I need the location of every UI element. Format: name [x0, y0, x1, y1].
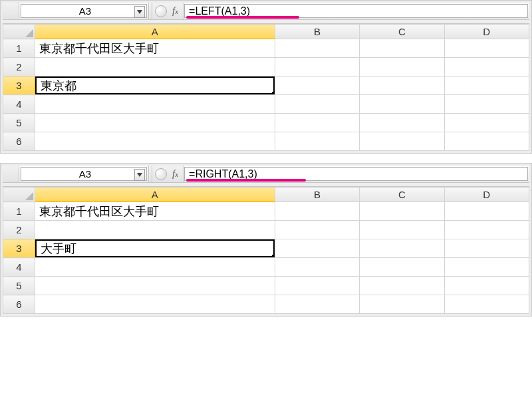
highlight-underline — [186, 16, 299, 19]
cell-B2[interactable] — [275, 58, 359, 76]
name-box-dropdown[interactable] — [134, 6, 145, 18]
fx-button-group: fx — [152, 166, 184, 182]
cell-C1[interactable] — [360, 39, 444, 58]
row-header-6[interactable]: 6 — [3, 295, 35, 314]
highlight-underline — [186, 179, 306, 182]
col-header-B[interactable]: B — [275, 25, 359, 39]
formula-bar-gutter — [3, 3, 19, 19]
row-header-2[interactable]: 2 — [3, 58, 35, 76]
select-all-corner[interactable] — [3, 25, 35, 39]
formula-text: =RIGHT(A1,3) — [189, 168, 257, 180]
name-box[interactable]: A3 — [21, 4, 147, 18]
cell-A3-active[interactable]: 東京都 — [35, 76, 275, 95]
row-header-3[interactable]: 3 — [3, 239, 35, 258]
fill-handle[interactable] — [272, 92, 275, 95]
spreadsheet-grid[interactable]: A B C D 1 東京都千代田区大手町 2 3 大手町 — [3, 187, 529, 314]
row-header-5[interactable]: 5 — [3, 277, 35, 295]
col-header-C[interactable]: C — [360, 25, 444, 39]
col-header-B[interactable]: B — [275, 188, 359, 202]
name-box-value: A3 — [79, 5, 91, 17]
cell-C3[interactable] — [360, 76, 444, 95]
cell-A1[interactable]: 東京都千代田区大手町 — [35, 202, 275, 221]
row-header-5[interactable]: 5 — [3, 114, 35, 132]
row-header-6[interactable]: 6 — [3, 132, 35, 151]
col-header-D[interactable]: D — [444, 25, 529, 39]
fx-icon[interactable]: fx — [172, 168, 181, 180]
formula-input[interactable]: =LEFT(A1,3) — [184, 4, 528, 18]
col-header-A[interactable]: A — [35, 25, 275, 39]
cell-A4[interactable] — [35, 95, 275, 114]
formula-input[interactable]: =RIGHT(A1,3) — [184, 167, 528, 181]
name-box[interactable]: A3 — [21, 167, 147, 181]
col-header-C[interactable]: C — [360, 188, 444, 202]
svg-marker-1 — [137, 173, 142, 177]
cell-A3-value: 大手町 — [41, 241, 76, 257]
chevron-down-icon — [137, 173, 142, 177]
cell-A1[interactable]: 東京都千代田区大手町 — [35, 39, 275, 58]
cell-A3-active[interactable]: 大手町 — [35, 239, 275, 258]
svg-marker-0 — [137, 10, 142, 14]
cell-D3[interactable] — [444, 76, 529, 95]
row-header-4[interactable]: 4 — [3, 258, 35, 277]
name-box-value: A3 — [79, 168, 91, 180]
cancel-formula-button[interactable] — [155, 5, 167, 17]
row-header-4[interactable]: 4 — [3, 95, 35, 114]
cell-A2[interactable] — [35, 58, 275, 76]
row-header-1[interactable]: 1 — [3, 39, 35, 58]
cell-A3-value: 東京都 — [41, 78, 76, 94]
formula-bar-gutter — [3, 166, 19, 182]
col-header-D[interactable]: D — [444, 188, 529, 202]
cell-D1[interactable] — [444, 39, 529, 58]
name-box-dropdown[interactable] — [134, 169, 145, 181]
row-header-3[interactable]: 3 — [3, 76, 35, 95]
chevron-down-icon — [137, 10, 142, 14]
fx-button-group: fx — [152, 3, 184, 19]
worksheet-example-left: A3 fx =LEFT(A1,3) — [0, 0, 532, 154]
cell-B1[interactable] — [275, 39, 359, 58]
cell-C2[interactable] — [360, 58, 444, 76]
formula-bar: A3 fx =LEFT(A1,3) — [3, 3, 529, 20]
select-all-corner[interactable] — [3, 188, 35, 202]
row-header-1[interactable]: 1 — [3, 202, 35, 221]
cancel-formula-button[interactable] — [155, 168, 167, 180]
cell-B3[interactable] — [275, 76, 359, 95]
spreadsheet-grid[interactable]: A B C D 1 東京都千代田区大手町 2 3 — [3, 24, 529, 151]
formula-text: =LEFT(A1,3) — [189, 5, 250, 17]
cell-D2[interactable] — [444, 58, 529, 76]
fill-handle[interactable] — [272, 255, 275, 258]
col-header-A[interactable]: A — [35, 188, 275, 202]
formula-bar: A3 fx =RIGHT(A1,3) — [3, 166, 529, 183]
worksheet-example-right: A3 fx =RIGHT(A1,3) — [0, 163, 532, 317]
row-header-2[interactable]: 2 — [3, 221, 35, 239]
fx-icon[interactable]: fx — [172, 5, 181, 17]
